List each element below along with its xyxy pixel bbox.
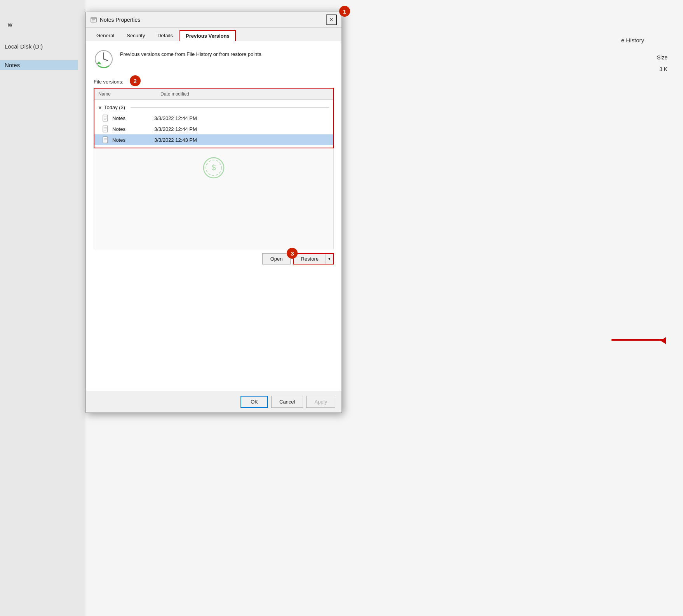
file-item-1-name: Notes xyxy=(112,115,151,121)
file-icon-2 xyxy=(102,125,109,132)
group-header-today: ∨ Today (3) xyxy=(94,102,333,113)
dialog-title: Notes Properties xyxy=(100,17,326,23)
file-item-1-date: 3/3/2022 12:44 PM xyxy=(154,115,197,121)
tab-security[interactable]: Security xyxy=(121,30,151,41)
file-item-3-date: 3/3/2022 12:43 PM xyxy=(154,137,197,143)
file-item-2-name: Notes xyxy=(112,126,151,132)
clock-icon xyxy=(94,49,114,69)
group-separator xyxy=(131,107,329,108)
badge-2: 2 xyxy=(130,75,141,86)
annotation-arrow xyxy=(612,339,666,340)
info-section: Previous versions come from File History… xyxy=(94,49,334,69)
bg-text-w: w xyxy=(8,21,12,28)
group-label: Today (3) xyxy=(104,104,125,110)
file-item-1[interactable]: Notes 3/3/2022 12:44 PM xyxy=(94,113,333,124)
arrow-svg xyxy=(612,336,666,344)
svg-text:$: $ xyxy=(211,163,216,172)
file-list-body: ∨ Today (3) Notes 3/3/2 xyxy=(94,100,333,148)
file-item-3[interactable]: Notes 3/3/2022 12:43 PM xyxy=(94,134,333,145)
file-list-header: Name Date modified xyxy=(94,89,333,100)
watermark-icon: $ xyxy=(202,156,225,181)
tab-details[interactable]: Details xyxy=(152,30,179,41)
file-item-2-date: 3/3/2022 12:44 PM xyxy=(154,126,197,132)
file-item-3-name: Notes xyxy=(112,137,151,143)
restore-dropdown-button[interactable]: ▾ xyxy=(326,254,333,264)
open-button[interactable]: Open xyxy=(262,253,291,264)
restore-button[interactable]: Restore xyxy=(294,254,326,264)
chevron-down-icon: ∨ xyxy=(98,105,102,110)
close-button[interactable]: × xyxy=(326,14,337,25)
notes-properties-dialog: Notes Properties × General Security Deta… xyxy=(85,12,342,413)
bg-size-value: 3 K xyxy=(659,66,667,72)
badge-1: 1 xyxy=(339,6,350,17)
ok-button[interactable]: OK xyxy=(240,396,268,408)
bottom-buttons: OK Cancel Apply xyxy=(86,391,342,412)
bg-size-label: Size xyxy=(657,54,667,61)
action-buttons: Open Restore ▾ 3 xyxy=(94,249,334,268)
left-panel: w Local Disk (D:) Notes xyxy=(0,0,85,616)
dialog-icon xyxy=(91,17,97,23)
dialog-content: Previous versions come from File History… xyxy=(86,41,342,391)
col-header-name: Name xyxy=(94,90,157,98)
file-versions-label: File versions: xyxy=(94,79,124,85)
file-icon-1 xyxy=(102,115,109,122)
bg-local-disk: Local Disk (D:) xyxy=(0,41,47,52)
file-list-container: Name Date modified ∨ Today (3) xyxy=(94,88,334,148)
restore-button-group: Restore ▾ xyxy=(293,253,334,264)
cancel-button[interactable]: Cancel xyxy=(271,396,303,408)
restore-button-group-container: Restore ▾ 3 xyxy=(293,253,334,264)
empty-preview-area: $ xyxy=(94,148,334,249)
title-bar: Notes Properties × xyxy=(86,12,342,28)
col-header-date: Date modified xyxy=(157,90,234,98)
tab-general[interactable]: General xyxy=(91,30,120,41)
file-item-2[interactable]: Notes 3/3/2022 12:44 PM xyxy=(94,124,333,134)
bg-history-label: e History xyxy=(621,37,644,44)
bg-notes-item: Notes xyxy=(0,60,78,70)
tab-bar: General Security Details Previous Versio… xyxy=(86,28,342,41)
file-icon-3 xyxy=(102,136,109,143)
tab-previous-versions[interactable]: Previous Versions 1 xyxy=(179,30,236,41)
apply-button[interactable]: Apply xyxy=(306,396,335,408)
info-description: Previous versions come from File History… xyxy=(120,49,263,58)
